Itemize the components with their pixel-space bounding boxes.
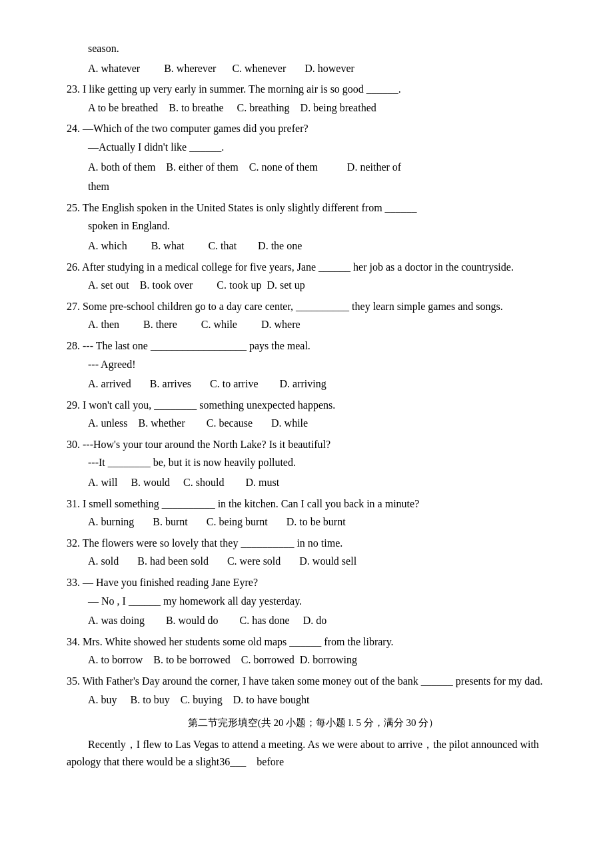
q35-block: 35. With Father's Day around the corner,… <box>67 673 560 708</box>
q30-options: A. will B. would C. should D. must <box>67 474 560 491</box>
q23-options: A to be breathed B. to breathe C. breath… <box>67 99 560 117</box>
q30-block: 30. ---How's your tour around the North … <box>67 436 560 491</box>
q27-block: 27. Some pre-school children go to a day… <box>67 298 560 333</box>
q23-text: 23. I like getting up very early in summ… <box>67 81 560 98</box>
intro-text: season. <box>67 40 560 57</box>
q33-block: 33. — Have you finished reading Jane Eyr… <box>67 574 560 629</box>
q25-block: 25. The English spoken in the United Sta… <box>67 199 560 255</box>
intro-block: season. A. whatever B. wherever C. whene… <box>67 40 560 77</box>
q24-text: 24. —Which of the two computer games did… <box>67 120 560 137</box>
q32-options: A. sold B. had been sold C. were sold D.… <box>67 553 560 570</box>
q30-subtext: ---It ________ be, but it is now heavily… <box>67 454 560 471</box>
q28-options: A. arrived B. arrives C. to arrive D. ar… <box>67 375 560 393</box>
q28-block: 28. --- The last one __________________ … <box>67 337 560 393</box>
q32-text: 32. The flowers were so lovely that they… <box>67 535 560 552</box>
q27-text: 27. Some pre-school children go to a day… <box>67 298 560 315</box>
q31-block: 31. I smell something __________ in the … <box>67 495 560 531</box>
q33-subtext: — No , I ______ my homework all day yest… <box>67 593 560 610</box>
q32-block: 32. The flowers were so lovely that they… <box>67 535 560 570</box>
q28-text: 28. --- The last one __________________ … <box>67 337 560 355</box>
q35-text: 35. With Father's Day around the corner,… <box>67 673 560 690</box>
q33-options: A. was doing B. would do C. has done D. … <box>67 612 560 629</box>
q24-block: 24. —Which of the two computer games did… <box>67 120 560 195</box>
q31-text: 31. I smell something __________ in the … <box>67 495 560 513</box>
q25-options: A. which B. what C. that D. the one <box>67 237 560 255</box>
q24-options: A. both of them B. either of them C. non… <box>67 159 560 176</box>
q29-block: 29. I won't call you, ________ something… <box>67 397 560 432</box>
q30-text: 30. ---How's your tour around the North … <box>67 436 560 453</box>
q34-options: A. to borrow B. to be borrowed C. borrow… <box>67 651 560 669</box>
q33-text: 33. — Have you finished reading Jane Eyr… <box>67 574 560 591</box>
q23-block: 23. I like getting up very early in summ… <box>67 81 560 116</box>
q26-block: 26. After studying in a medical college … <box>67 259 560 294</box>
q29-text: 29. I won't call you, ________ something… <box>67 397 560 414</box>
q28-subtext: --- Agreed! <box>67 356 560 373</box>
q27-options: A. then B. there C. while D. where <box>67 316 560 333</box>
q29-options: A. unless B. whether C. because D. while <box>67 415 560 432</box>
q34-text: 34. Mrs. White showed her students some … <box>67 633 560 651</box>
para1-text: Recently，I flew to Las Vegas to attend a… <box>67 736 560 770</box>
page-content: season. A. whatever B. wherever C. whene… <box>67 40 560 770</box>
q26-options: A. set out B. took over C. took up D. se… <box>67 277 560 294</box>
q31-options: A. burning B. burnt C. being burnt D. to… <box>67 513 560 531</box>
section2-header: 第二节完形填空(共 20 小题；每小题 l. 5 分，满分 30 分） <box>67 715 560 731</box>
q34-block: 34. Mrs. White showed her students some … <box>67 633 560 669</box>
q35-options: A. buy B. to buy C. buying D. to have bo… <box>67 691 560 709</box>
intro-options: A. whatever B. wherever C. whenever D. h… <box>67 60 560 77</box>
q25-text: 25. The English spoken in the United Sta… <box>67 199 560 217</box>
q25-subtext: spoken in England. <box>67 217 560 235</box>
q24-subtext: —Actually I didn't like ______. <box>67 139 560 156</box>
q24-options2: them <box>67 178 560 195</box>
q26-text: 26. After studying in a medical college … <box>67 259 560 276</box>
